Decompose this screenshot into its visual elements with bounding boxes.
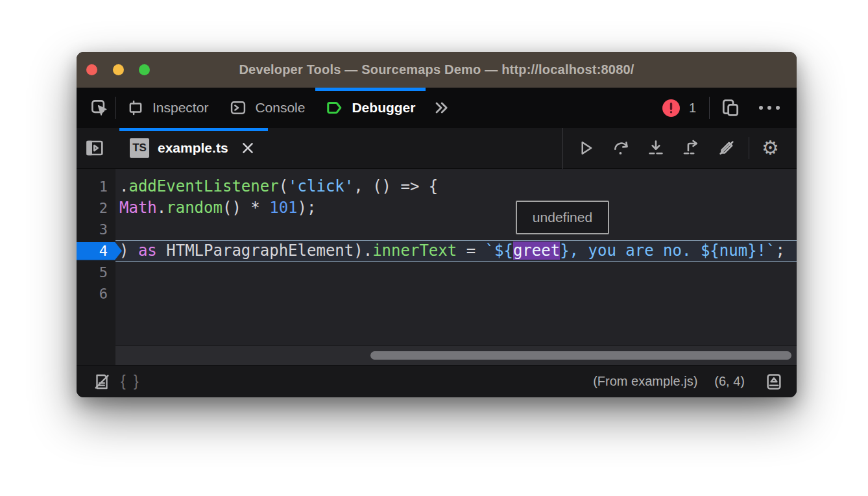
- tab-label: Console: [255, 100, 305, 116]
- code-token: .: [157, 199, 166, 217]
- resume-button[interactable]: [568, 128, 603, 168]
- ignore-source-button[interactable]: [708, 128, 745, 168]
- code-token: =: [457, 242, 485, 260]
- ignore-source-icon: [92, 372, 112, 391]
- horizontal-scrollbar-thumb[interactable]: [370, 351, 791, 360]
- titlebar: Developer Tools — Sourcemaps Demo — http…: [77, 52, 797, 88]
- line-number[interactable]: 44: [77, 240, 115, 262]
- code-token: HTMLParagraphElement: [157, 242, 354, 260]
- devtools-toolbar: Inspector Console Debugger: [77, 88, 797, 128]
- code-editor[interactable]: 1234456 .addEventListener('click', () =>…: [77, 169, 797, 365]
- hovered-token[interactable]: greet: [513, 242, 560, 260]
- gear-icon: ⚙: [762, 138, 779, 158]
- toggle-sources-panel-button[interactable]: [77, 128, 113, 168]
- responsive-design-button[interactable]: [714, 88, 747, 128]
- more-tabs-button[interactable]: [426, 88, 457, 128]
- inspector-icon: [127, 99, 145, 117]
- ignore-source-icon: [717, 138, 736, 158]
- zoom-window-button[interactable]: [139, 64, 150, 75]
- code-line[interactable]: Math.random() * 101);: [115, 197, 797, 219]
- node-picker-icon: [90, 98, 109, 118]
- code-token: Math: [119, 199, 157, 217]
- step-in-button[interactable]: [638, 128, 673, 168]
- code-token: as: [138, 242, 157, 260]
- code-line[interactable]: .addEventListener('click', () => {: [115, 176, 797, 197]
- code-token: , () => {: [354, 177, 438, 195]
- code-token: *: [250, 199, 269, 217]
- code-token: .: [119, 177, 128, 195]
- code-token: 'click': [288, 177, 354, 195]
- cursor-position: (6, 4): [714, 374, 745, 389]
- step-out-icon: [682, 139, 700, 157]
- sidebar-toggle-icon: [84, 138, 105, 158]
- source-filename: example.ts: [158, 140, 228, 156]
- code-line[interactable]: [115, 219, 797, 240]
- code-token: random: [166, 199, 223, 217]
- minimize-window-button[interactable]: [113, 64, 124, 75]
- step-over-button[interactable]: [603, 128, 638, 168]
- line-number[interactable]: 1: [77, 176, 115, 197]
- devtools-window: Developer Tools — Sourcemaps Demo — http…: [77, 52, 797, 397]
- source-tab-example-ts[interactable]: TS example.ts: [119, 128, 268, 168]
- close-icon[interactable]: [241, 141, 255, 155]
- source-tabbar: TS example.ts: [77, 128, 797, 169]
- error-count-badge[interactable]: [662, 99, 680, 117]
- console-icon: [229, 99, 247, 117]
- paused-line-marker: 4: [77, 242, 122, 260]
- pretty-print-button[interactable]: { }: [117, 373, 145, 390]
- code-line[interactable]: [115, 283, 797, 304]
- meatball-menu-button[interactable]: [751, 106, 788, 110]
- horizontal-scrollbar-track[interactable]: [115, 345, 797, 365]
- code-line[interactable]: ) as HTMLParagraphElement).innerText = `…: [115, 240, 797, 262]
- code-token: `${: [485, 242, 513, 260]
- controls-separator: [749, 137, 749, 159]
- code-token: ;: [776, 242, 785, 260]
- debugger-statusbar: { } (From example.js) (6, 4): [77, 365, 797, 397]
- tab-debugger[interactable]: Debugger: [315, 88, 426, 128]
- meatball-menu-icon: [759, 106, 763, 110]
- code-token: 101: [269, 199, 297, 217]
- variable-preview-tooltip: undefined: [516, 201, 609, 234]
- tab-label: Inspector: [152, 100, 208, 116]
- editor-gutter[interactable]: 1234456: [77, 169, 115, 365]
- node-picker-button[interactable]: [83, 88, 115, 128]
- error-icon: [662, 99, 680, 117]
- debugger-settings-button[interactable]: ⚙: [753, 128, 788, 168]
- editor-code-area[interactable]: .addEventListener('click', () => {Math.r…: [115, 169, 797, 365]
- resume-icon: [577, 139, 595, 157]
- step-over-icon: [612, 139, 630, 157]
- code-line[interactable]: [115, 262, 797, 283]
- controls-separator: [562, 128, 563, 169]
- responsive-design-icon: [720, 97, 741, 118]
- tab-inspector[interactable]: Inspector: [116, 88, 219, 128]
- code-token: (): [223, 199, 250, 217]
- step-out-button[interactable]: [673, 128, 708, 168]
- line-number[interactable]: 5: [77, 262, 115, 283]
- step-in-icon: [647, 139, 665, 157]
- code-token: }, you are no. ${num}!`: [560, 242, 775, 260]
- open-original-source-icon: [764, 372, 784, 391]
- code-token: (: [279, 177, 288, 195]
- line-number[interactable]: 2: [77, 197, 115, 219]
- debugger-icon: [326, 99, 344, 117]
- close-window-button[interactable]: [86, 64, 97, 75]
- chevron-double-right-icon: [432, 99, 450, 117]
- tab-label: Debugger: [352, 100, 415, 116]
- jump-to-generated-source-button[interactable]: [762, 372, 786, 391]
- code-token: ).: [354, 242, 372, 260]
- typescript-file-icon: TS: [130, 138, 149, 158]
- window-title: Developer Tools — Sourcemaps Demo — http…: [239, 62, 634, 77]
- code-token: ): [119, 242, 138, 260]
- toolbar-separator: [709, 97, 710, 119]
- tab-console[interactable]: Console: [219, 88, 315, 128]
- code-token: addEventListener: [128, 177, 278, 195]
- code-token: innerText: [372, 242, 457, 260]
- line-number[interactable]: 6: [77, 283, 115, 304]
- line-number[interactable]: 3: [77, 219, 115, 240]
- error-count: 1: [689, 101, 696, 116]
- ignore-source-footer-button[interactable]: [87, 366, 117, 397]
- code-token: );: [298, 199, 317, 217]
- mapped-source-note: (From example.js): [593, 374, 697, 389]
